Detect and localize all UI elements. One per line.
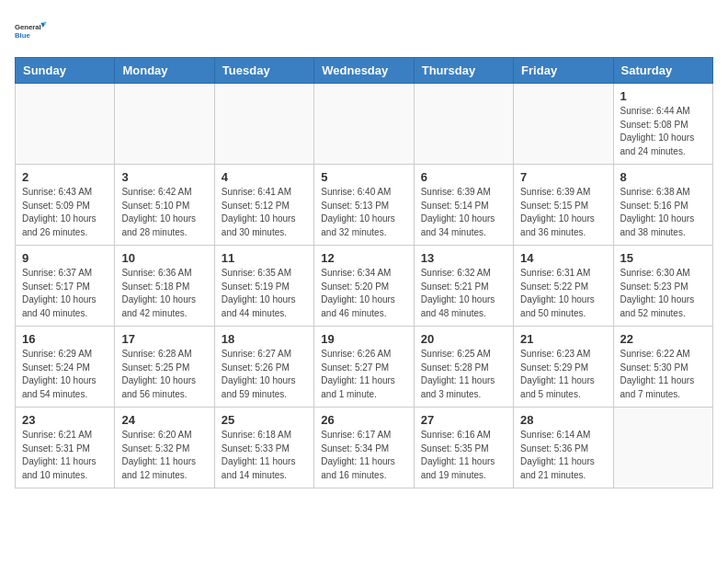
calendar-header-row: SundayMondayTuesdayWednesdayThursdayFrid…	[16, 58, 713, 84]
calendar-cell: 16Sunrise: 6:29 AM Sunset: 5:24 PM Dayli…	[16, 327, 115, 408]
calendar-cell: 7Sunrise: 6:39 AM Sunset: 5:15 PM Daylig…	[514, 165, 613, 246]
day-number: 16	[22, 332, 108, 346]
day-info: Sunrise: 6:38 AM Sunset: 5:16 PM Dayligh…	[620, 186, 706, 239]
day-number: 27	[421, 413, 506, 427]
calendar-cell: 13Sunrise: 6:32 AM Sunset: 5:21 PM Dayli…	[414, 246, 513, 327]
week-row: 23Sunrise: 6:21 AM Sunset: 5:31 PM Dayli…	[16, 408, 713, 488]
day-number: 15	[620, 251, 706, 265]
calendar-cell	[514, 84, 613, 165]
day-info: Sunrise: 6:39 AM Sunset: 5:14 PM Dayligh…	[421, 186, 506, 239]
day-info: Sunrise: 6:27 AM Sunset: 5:26 PM Dayligh…	[222, 348, 307, 401]
calendar-cell: 23Sunrise: 6:21 AM Sunset: 5:31 PM Dayli…	[16, 408, 115, 488]
day-number: 21	[520, 332, 606, 346]
calendar-cell: 3Sunrise: 6:42 AM Sunset: 5:10 PM Daylig…	[115, 165, 214, 246]
calendar-cell: 4Sunrise: 6:41 AM Sunset: 5:12 PM Daylig…	[214, 165, 313, 246]
calendar-cell: 28Sunrise: 6:14 AM Sunset: 5:36 PM Dayli…	[514, 408, 613, 488]
day-number: 19	[321, 332, 406, 346]
day-info: Sunrise: 6:29 AM Sunset: 5:24 PM Dayligh…	[22, 348, 108, 401]
day-number: 4	[222, 170, 307, 184]
calendar-cell: 27Sunrise: 6:16 AM Sunset: 5:35 PM Dayli…	[414, 408, 513, 488]
calendar-cell: 1Sunrise: 6:44 AM Sunset: 5:08 PM Daylig…	[613, 84, 712, 165]
calendar-cell	[613, 408, 712, 488]
day-number: 14	[520, 251, 606, 265]
week-row: 2Sunrise: 6:43 AM Sunset: 5:09 PM Daylig…	[16, 165, 713, 246]
calendar-cell: 14Sunrise: 6:31 AM Sunset: 5:22 PM Dayli…	[514, 246, 613, 327]
day-number: 1	[620, 89, 706, 103]
day-number: 10	[121, 251, 207, 265]
day-number: 11	[222, 251, 307, 265]
week-row: 9Sunrise: 6:37 AM Sunset: 5:17 PM Daylig…	[16, 246, 713, 327]
day-number: 20	[421, 332, 506, 346]
day-number: 6	[421, 170, 506, 184]
day-number: 23	[22, 413, 108, 427]
day-number: 28	[520, 413, 606, 427]
day-number: 18	[222, 332, 307, 346]
weekday-header: Monday	[115, 58, 214, 84]
day-info: Sunrise: 6:25 AM Sunset: 5:28 PM Dayligh…	[421, 348, 506, 401]
weekday-header: Thursday	[414, 58, 513, 84]
calendar-cell: 6Sunrise: 6:39 AM Sunset: 5:14 PM Daylig…	[414, 165, 513, 246]
calendar-cell: 21Sunrise: 6:23 AM Sunset: 5:29 PM Dayli…	[514, 327, 613, 408]
calendar-cell: 2Sunrise: 6:43 AM Sunset: 5:09 PM Daylig…	[16, 165, 115, 246]
logo-svg: General Blue	[15, 15, 48, 48]
calendar-cell: 11Sunrise: 6:35 AM Sunset: 5:19 PM Dayli…	[214, 246, 313, 327]
day-number: 2	[22, 170, 108, 184]
week-row: 16Sunrise: 6:29 AM Sunset: 5:24 PM Dayli…	[16, 327, 713, 408]
day-number: 22	[620, 332, 706, 346]
header: General Blue	[15, 15, 713, 48]
day-info: Sunrise: 6:40 AM Sunset: 5:13 PM Dayligh…	[321, 186, 406, 239]
calendar-cell	[414, 84, 513, 165]
calendar-cell: 5Sunrise: 6:40 AM Sunset: 5:13 PM Daylig…	[314, 165, 414, 246]
weekday-header: Wednesday	[314, 58, 414, 84]
calendar-cell	[314, 84, 414, 165]
day-info: Sunrise: 6:23 AM Sunset: 5:29 PM Dayligh…	[520, 348, 606, 401]
day-info: Sunrise: 6:32 AM Sunset: 5:21 PM Dayligh…	[421, 267, 506, 320]
calendar-cell: 18Sunrise: 6:27 AM Sunset: 5:26 PM Dayli…	[214, 327, 313, 408]
calendar-cell: 10Sunrise: 6:36 AM Sunset: 5:18 PM Dayli…	[115, 246, 214, 327]
calendar-cell: 8Sunrise: 6:38 AM Sunset: 5:16 PM Daylig…	[613, 165, 712, 246]
day-info: Sunrise: 6:17 AM Sunset: 5:34 PM Dayligh…	[321, 429, 406, 482]
day-number: 17	[121, 332, 207, 346]
calendar: SundayMondayTuesdayWednesdayThursdayFrid…	[15, 57, 713, 488]
day-info: Sunrise: 6:21 AM Sunset: 5:31 PM Dayligh…	[22, 429, 108, 482]
calendar-cell: 19Sunrise: 6:26 AM Sunset: 5:27 PM Dayli…	[314, 327, 414, 408]
day-number: 9	[22, 251, 108, 265]
calendar-cell	[115, 84, 214, 165]
calendar-cell: 20Sunrise: 6:25 AM Sunset: 5:28 PM Dayli…	[414, 327, 513, 408]
weekday-header: Sunday	[16, 58, 115, 84]
calendar-cell: 25Sunrise: 6:18 AM Sunset: 5:33 PM Dayli…	[214, 408, 313, 488]
day-info: Sunrise: 6:30 AM Sunset: 5:23 PM Dayligh…	[620, 267, 706, 320]
day-number: 7	[520, 170, 606, 184]
day-info: Sunrise: 6:39 AM Sunset: 5:15 PM Dayligh…	[520, 186, 606, 239]
day-number: 8	[620, 170, 706, 184]
svg-text:Blue: Blue	[15, 31, 30, 40]
day-number: 26	[321, 413, 406, 427]
day-info: Sunrise: 6:36 AM Sunset: 5:18 PM Dayligh…	[121, 267, 207, 320]
day-number: 3	[121, 170, 207, 184]
day-info: Sunrise: 6:28 AM Sunset: 5:25 PM Dayligh…	[121, 348, 207, 401]
day-number: 13	[421, 251, 506, 265]
calendar-cell	[16, 84, 115, 165]
day-number: 25	[222, 413, 307, 427]
day-info: Sunrise: 6:34 AM Sunset: 5:20 PM Dayligh…	[321, 267, 406, 320]
calendar-cell: 24Sunrise: 6:20 AM Sunset: 5:32 PM Dayli…	[115, 408, 214, 488]
svg-text:General: General	[15, 23, 41, 31]
day-info: Sunrise: 6:18 AM Sunset: 5:33 PM Dayligh…	[222, 429, 307, 482]
day-number: 12	[321, 251, 406, 265]
day-info: Sunrise: 6:43 AM Sunset: 5:09 PM Dayligh…	[22, 186, 108, 239]
logo: General Blue	[15, 15, 48, 48]
calendar-cell: 26Sunrise: 6:17 AM Sunset: 5:34 PM Dayli…	[314, 408, 414, 488]
week-row: 1Sunrise: 6:44 AM Sunset: 5:08 PM Daylig…	[16, 84, 713, 165]
day-info: Sunrise: 6:44 AM Sunset: 5:08 PM Dayligh…	[620, 105, 706, 158]
calendar-cell: 9Sunrise: 6:37 AM Sunset: 5:17 PM Daylig…	[16, 246, 115, 327]
day-info: Sunrise: 6:31 AM Sunset: 5:22 PM Dayligh…	[520, 267, 606, 320]
day-info: Sunrise: 6:22 AM Sunset: 5:30 PM Dayligh…	[620, 348, 706, 401]
weekday-header: Friday	[514, 58, 613, 84]
day-info: Sunrise: 6:42 AM Sunset: 5:10 PM Dayligh…	[121, 186, 207, 239]
weekday-header: Saturday	[613, 58, 712, 84]
day-number: 24	[121, 413, 207, 427]
day-info: Sunrise: 6:20 AM Sunset: 5:32 PM Dayligh…	[121, 429, 207, 482]
day-info: Sunrise: 6:37 AM Sunset: 5:17 PM Dayligh…	[22, 267, 108, 320]
day-info: Sunrise: 6:26 AM Sunset: 5:27 PM Dayligh…	[321, 348, 406, 401]
weekday-header: Tuesday	[214, 58, 313, 84]
